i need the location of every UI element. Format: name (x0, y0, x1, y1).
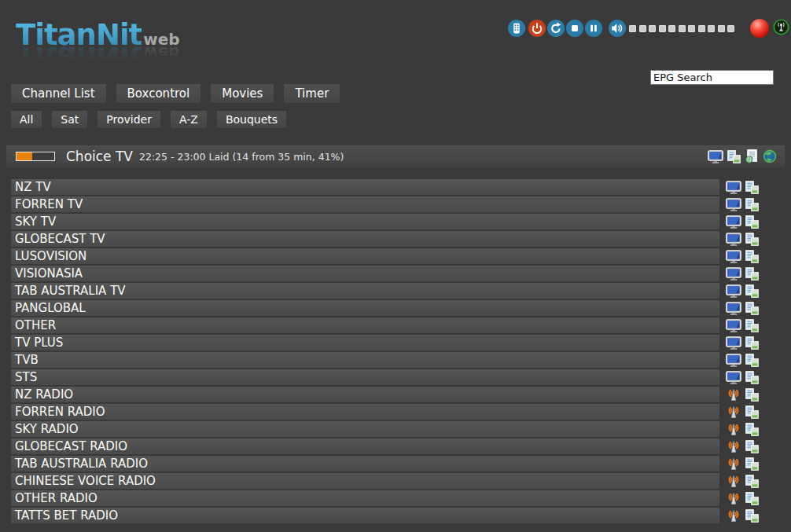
remote-icon[interactable] (508, 20, 525, 37)
nav-channel-list-button[interactable]: Channel List (11, 84, 106, 103)
tv-icon[interactable] (726, 319, 741, 332)
radio-icon[interactable] (726, 492, 741, 505)
copy-icon[interactable] (745, 388, 759, 402)
tv-icon[interactable] (726, 198, 741, 211)
nav-movies-button[interactable]: Movies (211, 84, 274, 103)
channel-name[interactable]: STS (11, 369, 719, 385)
channel-row-actions (726, 233, 759, 246)
copy-icon[interactable] (745, 267, 759, 281)
channel-row: NZ TV (11, 179, 791, 195)
copy-icon[interactable] (745, 181, 759, 194)
radio-icon[interactable] (726, 440, 741, 453)
volume-bar[interactable] (629, 25, 738, 32)
power-icon[interactable] (528, 20, 546, 37)
channel-name[interactable]: TV PLUS (11, 335, 719, 350)
copy-icon[interactable] (745, 492, 759, 505)
stop-icon[interactable] (566, 20, 583, 37)
channel-name[interactable]: PANGLOBAL (11, 300, 719, 316)
tv-icon[interactable] (726, 302, 741, 315)
channel-name[interactable]: LUSOVISION (11, 248, 719, 264)
volume-segment[interactable] (727, 25, 734, 32)
radio-icon[interactable] (726, 457, 741, 471)
filter-provider-button[interactable]: Provider (97, 111, 160, 128)
tv-icon[interactable] (726, 284, 741, 298)
volume-segment[interactable] (698, 25, 705, 32)
volume-segment[interactable] (679, 25, 686, 32)
tv-icon[interactable] (726, 181, 741, 194)
epg-search-input[interactable] (650, 70, 774, 85)
channel-name[interactable]: OTHER (11, 317, 719, 333)
copy-icon[interactable] (745, 250, 759, 263)
channel-name[interactable]: OTHER RADIO (11, 490, 719, 506)
restart-icon[interactable] (547, 20, 565, 37)
radio-icon[interactable] (726, 423, 741, 436)
radio-icon[interactable] (726, 388, 741, 402)
channel-name[interactable]: TVB (11, 352, 719, 368)
volume-segment[interactable] (639, 25, 646, 32)
tv-icon[interactable] (726, 354, 741, 367)
radio-icon[interactable] (726, 475, 741, 488)
filter-sat-button[interactable]: Sat (52, 111, 87, 128)
tv-icon[interactable] (726, 215, 741, 229)
channel-name[interactable]: VISIONASIA (11, 266, 719, 281)
channel-name[interactable]: GLOBECAST RADIO (11, 438, 719, 454)
volume-segment[interactable] (659, 25, 666, 32)
copy-icon[interactable] (745, 198, 759, 211)
copy-icon[interactable] (745, 509, 759, 523)
channel-name[interactable]: FORREN TV (11, 196, 719, 212)
channel-name[interactable]: CHINEESE VOICE RADIO (11, 473, 719, 489)
channel-name[interactable]: TAB AUSTRALIA TV (11, 283, 719, 299)
nav-timer-button[interactable]: Timer (284, 84, 340, 103)
pause-icon[interactable] (585, 20, 602, 37)
channel-name[interactable]: SKY RADIO (11, 421, 719, 437)
filter-all-button[interactable]: All (11, 111, 42, 128)
progress-fill (17, 152, 32, 160)
filter-bouquets-button[interactable]: Bouquets (217, 111, 286, 128)
copy-icon[interactable] (745, 302, 759, 315)
copy-icon[interactable] (745, 336, 759, 350)
channel-name[interactable]: FORREN RADIO (11, 404, 719, 420)
copy-icon[interactable] (745, 405, 759, 419)
radio-icon[interactable] (726, 405, 741, 419)
channel-name[interactable]: SKY TV (11, 214, 719, 229)
volume-segment[interactable] (629, 25, 636, 32)
channel-name[interactable]: TAB AUSTRALIA RADIO (11, 456, 719, 471)
volume-segment[interactable] (688, 25, 695, 32)
globe-icon[interactable] (763, 149, 777, 163)
volume-segment[interactable] (708, 25, 715, 32)
speaker-icon[interactable] (609, 20, 626, 37)
copy-icon[interactable] (745, 475, 759, 488)
tv-icon[interactable] (726, 267, 741, 281)
channel-name[interactable]: NZ TV (11, 179, 719, 195)
channel-row-actions (726, 388, 759, 402)
copy-icon[interactable] (745, 371, 759, 384)
copy-icon[interactable] (745, 440, 759, 453)
copy-icon[interactable] (745, 233, 759, 246)
copy-icon[interactable] (745, 457, 759, 471)
volume-segment[interactable] (718, 25, 725, 32)
copy-icon[interactable] (745, 215, 759, 229)
tv-icon[interactable] (726, 250, 741, 263)
copy-icon[interactable] (727, 150, 741, 163)
channel-name[interactable]: TATTS BET RADIO (11, 508, 719, 523)
now-playing-actions (708, 149, 777, 163)
volume-segment[interactable] (649, 25, 656, 32)
volume-segment[interactable] (668, 25, 675, 32)
radio-icon[interactable] (726, 509, 741, 523)
channel-row-actions (726, 457, 759, 471)
epg-page-icon[interactable] (745, 149, 759, 163)
copy-icon[interactable] (745, 319, 759, 332)
channel-name[interactable]: NZ RADIO (11, 387, 719, 402)
copy-icon[interactable] (745, 354, 759, 367)
filter-az-button[interactable]: A-Z (171, 111, 207, 128)
screen-icon[interactable] (708, 150, 723, 163)
tv-icon[interactable] (726, 233, 741, 246)
tv-icon[interactable] (726, 371, 741, 384)
copy-icon[interactable] (745, 423, 759, 436)
nav-boxcontrol-button[interactable]: Boxcontrol (116, 84, 201, 103)
channel-row: GLOBECAST TV (11, 231, 791, 247)
channel-name[interactable]: GLOBECAST TV (11, 231, 719, 247)
tv-icon[interactable] (726, 336, 741, 350)
channel-row: GLOBECAST RADIO (11, 438, 791, 454)
copy-icon[interactable] (745, 284, 759, 298)
